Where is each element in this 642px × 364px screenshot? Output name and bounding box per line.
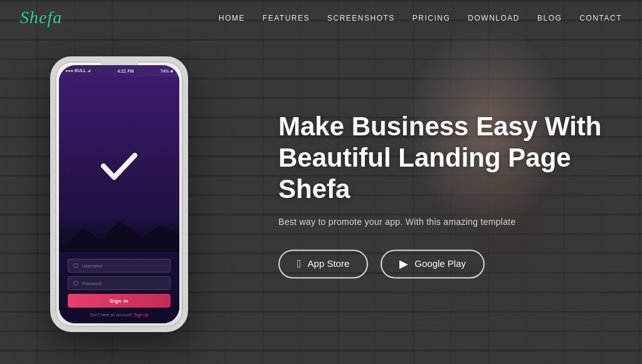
navigation: Shefa HOME FEATURES SCREENSHOTS PRICING … [0,0,642,35]
phone-login-form: Username Password Sign In Don't have an … [59,252,179,323]
hero-subtitle: Best way to promote your app. With this … [278,217,604,227]
nav-pricing[interactable]: PRICING [413,14,451,23]
nav-home[interactable]: HOME [219,14,245,23]
phone-time: 4:21 PM [117,69,134,73]
phone-status-bar: ●●● BULL ⊿ 4:21 PM 74% ■ [59,65,179,76]
play-icon: ▶ [399,258,408,269]
appstore-button[interactable]:  App Store [278,249,368,278]
googleplay-button[interactable]: ▶ Google Play [381,249,485,278]
brand-logo[interactable]: Shefa [20,8,62,28]
svg-marker-0 [59,221,179,252]
phone-mockup-container: ●●● BULL ⊿ 4:21 PM 74% ■ [38,38,201,351]
signup-link: Sign Up [134,313,148,317]
hero-title: Make Business Easy With Beautiful Landin… [278,111,604,205]
phone-signal: ●●● BULL ⊿ [65,68,91,73]
phone-username-field: Username [68,259,171,273]
phone-signin-button: Sign In [68,294,171,308]
apple-icon:  [297,258,302,269]
nav-links: HOME FEATURES SCREENSHOTS PRICING DOWNLO… [219,12,622,23]
phone-mockup: ●●● BULL ⊿ 4:21 PM 74% ■ [50,56,188,332]
nav-contact[interactable]: CONTACT [579,14,622,23]
nav-blog[interactable]: BLOG [537,14,562,23]
user-field-icon [73,263,78,268]
phone-app-preview [59,76,179,252]
cta-buttons:  App Store ▶ Google Play [278,249,604,278]
password-label: Password [82,281,102,286]
username-label: Username [82,264,102,268]
phone-password-field: Password [68,276,171,290]
nav-screenshots[interactable]: SCREENSHOTS [327,14,395,23]
nav-download[interactable]: DOWNLOAD [468,14,520,23]
nav-features[interactable]: FEATURES [263,14,310,23]
phone-signup-prompt: Don't have an account? Sign Up [68,313,171,317]
phone-battery: 74% ■ [160,69,173,73]
googleplay-label: Google Play [414,259,466,269]
appstore-label: App Store [308,259,350,269]
lock-field-icon [73,281,78,286]
hero-section: Shefa HOME FEATURES SCREENSHOTS PRICING … [0,0,642,364]
checkmark-icon [94,140,144,190]
hero-content: Make Business Easy With Beautiful Landin… [278,111,604,278]
signin-label: Sign In [110,298,129,304]
mountain-decoration [59,215,179,252]
phone-screen: ●●● BULL ⊿ 4:21 PM 74% ■ [59,65,179,323]
